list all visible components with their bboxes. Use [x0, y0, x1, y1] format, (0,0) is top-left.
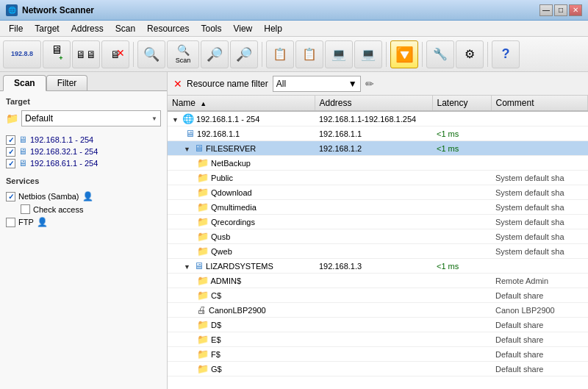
- scan-targets-list: ✓ 🖥 192.168.1.1 - 254 ✓ 🖥 192.168.32.1 -…: [6, 134, 161, 169]
- row-icon: 🖥: [194, 143, 204, 154]
- find-button[interactable]: 🔎: [201, 40, 229, 68]
- filter-label: Resource name filter: [187, 79, 268, 89]
- table-row[interactable]: 📁 Qrecordings System default sha: [168, 215, 588, 229]
- menu-view[interactable]: View: [227, 22, 258, 35]
- filter-clear-button[interactable]: ✕: [173, 78, 182, 90]
- ftp-checkbox[interactable]: [6, 218, 15, 227]
- table-row[interactable]: 📁 C$ Default share: [168, 288, 588, 303]
- results-table-container: Name ▲ Address Latency Comment ▼ 🌐 192.1…: [168, 96, 588, 389]
- table-row[interactable]: ▼ 🖥 FILESERVER 192.168.1.2 <1 ms: [168, 141, 588, 156]
- right-panel: ✕ Resource name filter All ▼ ✏ Name ▲ Ad…: [168, 72, 588, 389]
- menu-resources[interactable]: Resources: [141, 22, 195, 35]
- table-row[interactable]: 📁 ADMIN$ Remote Admin: [168, 274, 588, 288]
- tab-filter[interactable]: Filter: [46, 75, 88, 90]
- row-address: [315, 156, 432, 171]
- filter-button[interactable]: 🔽: [390, 40, 418, 68]
- table-row[interactable]: 📁 D$ Default share: [168, 318, 588, 332]
- target-checkbox-2[interactable]: ✓: [6, 159, 15, 168]
- row-latency: [432, 200, 491, 215]
- options2-button[interactable]: ⚙: [456, 40, 484, 68]
- row-latency: [432, 362, 491, 376]
- left-panel-content: Target 📁 Default ▼ ✓ 🖥 192.168.1.1 - 254…: [0, 91, 167, 389]
- table-row[interactable]: 📁 E$ Default share: [168, 332, 588, 347]
- col-header-address[interactable]: Address: [315, 96, 432, 111]
- table-row[interactable]: 📁 NetBackup: [168, 156, 588, 171]
- expand-arrow: ▼: [184, 263, 190, 271]
- options1-button[interactable]: 🔧: [426, 40, 454, 68]
- table-row[interactable]: ▼ 🌐 192.168.1.1 - 254 192.168.1.1-192.16…: [168, 111, 588, 126]
- col-header-latency[interactable]: Latency: [432, 96, 491, 111]
- row-name: Qweb: [211, 247, 232, 256]
- close-button[interactable]: ✕: [569, 4, 582, 16]
- filter-edit-button[interactable]: ✏: [365, 78, 374, 90]
- check-access-checkbox[interactable]: [21, 204, 30, 214]
- row-latency: [432, 229, 491, 244]
- table-row[interactable]: ▼ 🖥 LIZARDSYSTEMS 192.168.1.3 <1 ms: [168, 259, 588, 274]
- ftp-user-icon: 👤: [37, 217, 48, 227]
- row-latency: [432, 288, 491, 303]
- table-row[interactable]: 📁 Qusb System default sha: [168, 229, 588, 244]
- row-latency: [432, 332, 491, 347]
- target-dropdown[interactable]: Default ▼: [21, 110, 161, 126]
- row-comment: Default share: [491, 288, 588, 303]
- col-header-comment[interactable]: Comment: [491, 96, 588, 111]
- add-computer-button[interactable]: 🖥 +: [43, 40, 71, 68]
- menu-tools[interactable]: Tools: [195, 22, 227, 35]
- row-comment: [491, 259, 588, 274]
- table-row[interactable]: 📁 Qdownload System default sha: [168, 185, 588, 200]
- row-latency: <1 ms: [432, 126, 491, 141]
- col-header-name[interactable]: Name ▲: [168, 96, 315, 111]
- row-name: FILESERVER: [206, 144, 256, 153]
- row-name: Public: [211, 174, 233, 182]
- table-row[interactable]: 📁 Qmultimedia System default sha: [168, 200, 588, 215]
- table-row[interactable]: 📁 F$ Default share: [168, 347, 588, 362]
- filter-select[interactable]: All ▼: [273, 76, 361, 92]
- row-icon: 📁: [197, 246, 209, 257]
- menu-help[interactable]: Help: [258, 22, 288, 35]
- copy-button[interactable]: 📋: [266, 40, 294, 68]
- target-checkbox-1[interactable]: ✓: [6, 147, 15, 157]
- window-controls[interactable]: — □ ✕: [539, 4, 582, 16]
- ip-address-button[interactable]: 192.8.8: [3, 40, 41, 68]
- table-row[interactable]: 📁 Public System default sha: [168, 171, 588, 185]
- table-row[interactable]: 📁 Qweb System default sha: [168, 244, 588, 259]
- minimize-button[interactable]: —: [539, 4, 553, 16]
- menu-address[interactable]: Address: [65, 22, 110, 35]
- table-row[interactable]: 🖨 CanonLBP2900 Canon LBP2900: [168, 303, 588, 318]
- netbios-checkbox[interactable]: ✓: [6, 192, 15, 201]
- paste-button[interactable]: 📋: [295, 40, 323, 68]
- row-icon: 📁: [197, 319, 209, 330]
- tab-scan[interactable]: Scan: [3, 75, 46, 91]
- row-comment: Default share: [491, 332, 588, 347]
- row-icon: 📁: [197, 216, 209, 227]
- table-row[interactable]: 📁 G$ Default share: [168, 362, 588, 376]
- target-checkbox-0[interactable]: ✓: [6, 135, 15, 145]
- menu-scan[interactable]: Scan: [110, 22, 141, 35]
- tab-bar: Scan Filter: [0, 72, 167, 91]
- row-address: [315, 200, 432, 215]
- search-button[interactable]: 🔍: [137, 40, 165, 68]
- row-address: [315, 288, 432, 303]
- computer2-button[interactable]: 💻: [354, 40, 382, 68]
- row-icon: 🖥: [185, 128, 195, 139]
- find2-button[interactable]: 🔎: [230, 40, 258, 68]
- row-icon: 📁: [197, 231, 209, 242]
- row-name: ADMIN$: [210, 276, 241, 285]
- left-panel: Scan Filter Target 📁 Default ▼ ✓ 🖥 192.1…: [0, 72, 168, 389]
- table-header: Name ▲ Address Latency Comment: [168, 96, 588, 111]
- add-multiple-button[interactable]: 🖥🖥: [72, 40, 100, 68]
- row-comment: System default sha: [491, 200, 588, 215]
- computer-button[interactable]: 💻: [325, 40, 353, 68]
- window-title: Network Scanner: [22, 5, 94, 15]
- row-latency: [432, 215, 491, 229]
- row-name: G$: [211, 365, 222, 374]
- service-ftp: FTP 👤: [6, 215, 161, 229]
- row-name: Qusb: [211, 232, 230, 241]
- remove-button[interactable]: 🖥 ✕: [101, 40, 129, 68]
- menu-target[interactable]: Target: [29, 22, 65, 35]
- help-button[interactable]: ?: [492, 40, 520, 68]
- menu-file[interactable]: File: [3, 22, 29, 35]
- maximize-button[interactable]: □: [554, 4, 567, 16]
- scan-button[interactable]: 🔍 Scan: [167, 40, 199, 68]
- table-row[interactable]: 🖥 192.168.1.1 192.168.1.1 <1 ms: [168, 126, 588, 141]
